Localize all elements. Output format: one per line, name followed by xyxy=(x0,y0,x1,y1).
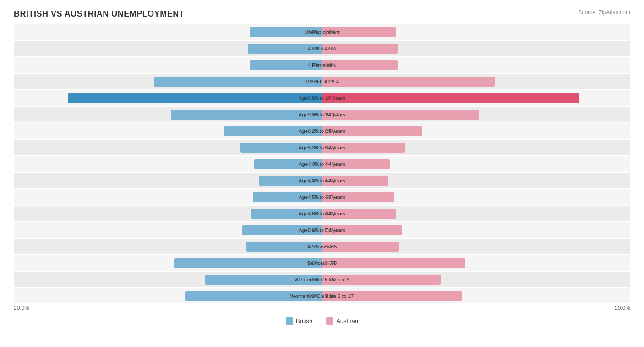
right-area xyxy=(322,272,630,287)
right-area xyxy=(322,206,630,221)
bar-wrapper: Females 4.7% 4.9% xyxy=(14,57,630,73)
bar-wrapper: Seniors > 75 9.6% 9.3% xyxy=(14,255,630,271)
chart-row: Seniors > 75 9.6% 9.3% xyxy=(14,255,630,271)
right-area xyxy=(322,123,630,139)
bar-wrapper: Age | 55 to 59 years 4.5% 4.7% xyxy=(14,189,630,205)
legend-austrian: Austrian xyxy=(326,317,358,325)
x-axis-right: 20.0% xyxy=(615,305,630,311)
chart-row: Males 4.8% 4.9% xyxy=(14,41,630,56)
bar-wrapper: Age | 45 to 54 years 4.1% 4.3% xyxy=(14,173,630,188)
bar-austrian xyxy=(322,93,579,103)
chart-row: Seniors > 65 4.9% 5% xyxy=(14,239,630,254)
left-area xyxy=(14,41,322,56)
legend-austrian-label: Austrian xyxy=(336,318,358,325)
x-axis-left: 20.0% xyxy=(14,305,29,311)
legend-british-label: British xyxy=(296,318,312,325)
bar-austrian xyxy=(322,159,390,169)
right-area xyxy=(322,90,630,106)
bar-austrian xyxy=(322,77,495,87)
bar-wrapper: Age | 30 to 34 years 5.3% 5.4% xyxy=(14,140,630,155)
left-area xyxy=(14,272,322,287)
legend-british-icon xyxy=(286,317,293,325)
right-area xyxy=(322,239,630,254)
bar-austrian xyxy=(322,110,479,120)
left-area xyxy=(14,222,322,238)
bar-british xyxy=(205,275,322,285)
bar-austrian xyxy=(322,60,398,70)
left-area xyxy=(14,140,322,155)
bar-austrian xyxy=(322,143,405,153)
bar-wrapper: Age | 60 to 64 years 4.6% 4.8% xyxy=(14,206,630,221)
bar-austrian xyxy=(322,27,396,37)
bar-british xyxy=(154,77,322,87)
bar-wrapper: Seniors > 65 4.9% 5% xyxy=(14,239,630,254)
bar-british xyxy=(246,242,322,252)
bar-austrian xyxy=(322,275,441,285)
right-area xyxy=(322,189,630,205)
right-area xyxy=(322,288,630,303)
bar-british xyxy=(253,192,322,202)
bar-austrian xyxy=(322,126,422,136)
bar-british xyxy=(248,44,322,54)
chart-row: Youth < 25 10.9% 11.2% xyxy=(14,74,630,89)
bar-austrian xyxy=(322,176,388,186)
chart-row: Age | 45 to 54 years 4.1% 4.3% xyxy=(14,173,630,188)
chart-container: BRITISH VS AUSTRIAN UNEMPLOYMENT Source:… xyxy=(0,0,644,347)
bar-austrian xyxy=(322,192,394,202)
left-area xyxy=(14,107,322,122)
bar-austrian xyxy=(322,44,398,54)
bar-austrian xyxy=(322,258,465,268)
bar-wrapper: Age | 16 to 19 years 16.5% 16.7% xyxy=(14,90,630,106)
chart-row: Age | 60 to 64 years 4.6% 4.8% xyxy=(14,206,630,221)
bar-wrapper: Age | 20 to 24 years 9.8% 10.2% xyxy=(14,107,630,122)
left-area xyxy=(14,123,322,139)
chart-header: BRITISH VS AUSTRIAN UNEMPLOYMENT Source:… xyxy=(14,9,630,19)
x-axis: 20.0% 20.0% xyxy=(14,303,630,314)
right-area xyxy=(322,107,630,122)
bar-wrapper: Age | 25 to 29 years 6.4% 6.5% xyxy=(14,123,630,139)
chart-row: Age | 30 to 34 years 5.3% 5.4% xyxy=(14,140,630,155)
bar-british xyxy=(250,60,322,70)
left-area xyxy=(14,239,322,254)
bar-british xyxy=(185,291,322,301)
bar-british xyxy=(224,126,322,136)
left-area xyxy=(14,288,322,303)
bar-british xyxy=(242,225,322,235)
bar-wrapper: Males 4.8% 4.9% xyxy=(14,41,630,56)
bar-british xyxy=(250,27,322,37)
right-area xyxy=(322,255,630,271)
bar-british xyxy=(174,258,322,268)
bar-wrapper: Youth < 25 10.9% 11.2% xyxy=(14,74,630,89)
left-area xyxy=(14,156,322,172)
bar-british xyxy=(171,110,322,120)
left-area xyxy=(14,255,322,271)
bar-austrian xyxy=(322,291,462,301)
right-area xyxy=(322,173,630,188)
chart-row: Age | 16 to 19 years 16.5% 16.7% xyxy=(14,90,630,106)
bar-british xyxy=(68,93,322,103)
left-area xyxy=(14,57,322,73)
chart-row: Age | 55 to 59 years 4.5% 4.7% xyxy=(14,189,630,205)
chart-row: Age | 35 to 44 years 4.4% 4.4% xyxy=(14,156,630,172)
bar-austrian xyxy=(322,209,396,219)
chart-source: Source: ZipAtlas.com xyxy=(578,9,630,16)
bar-british xyxy=(251,209,322,219)
chart-row: Age | 25 to 29 years 6.4% 6.5% xyxy=(14,123,630,139)
left-area xyxy=(14,173,322,188)
left-area xyxy=(14,206,322,221)
chart-title: BRITISH VS AUSTRIAN UNEMPLOYMENT xyxy=(14,9,184,19)
chart-row: Age | 65 to 74 years 5.2% 5.2% xyxy=(14,222,630,238)
bar-wrapper: Women w/ Children < 6 7.6% 7.7% xyxy=(14,272,630,287)
left-area xyxy=(14,189,322,205)
chart-row: Females 4.7% 4.9% xyxy=(14,57,630,73)
bar-british xyxy=(259,176,322,186)
right-area xyxy=(322,57,630,73)
legend-austrian-icon xyxy=(326,317,333,325)
right-area xyxy=(322,41,630,56)
right-area xyxy=(322,74,630,89)
left-area xyxy=(14,90,322,106)
bar-austrian xyxy=(322,242,399,252)
legend-british: British xyxy=(286,317,312,325)
chart-row: Unemployment 4.7% 4.8% xyxy=(14,24,630,40)
bar-british xyxy=(240,143,322,153)
